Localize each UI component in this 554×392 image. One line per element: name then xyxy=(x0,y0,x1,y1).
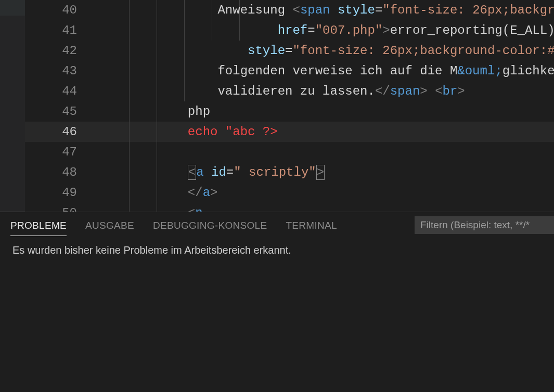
code-line[interactable]: Anweisung <span style="font-size: 26px;b… xyxy=(98,0,554,20)
line-number: 49 xyxy=(25,182,98,203)
line-number: 42 xyxy=(25,41,98,61)
line-number-gutter[interactable]: 4041424344454647484950 xyxy=(25,0,98,212)
code-line[interactable]: </a> xyxy=(98,182,554,203)
activity-bar-margin xyxy=(0,0,25,212)
code-content[interactable]: Anweisung <span style="font-size: 26px;b… xyxy=(98,0,554,212)
line-number: 40 xyxy=(25,0,98,20)
bottom-panel: PROBLEME AUSGABE DEBUGGING-KONSOLE TERMI… xyxy=(0,212,554,392)
code-line[interactable]: style="font-size: 26px;background-color:… xyxy=(98,41,554,61)
code-line[interactable]: echo "abc ?> xyxy=(98,122,554,142)
line-number: 41 xyxy=(25,20,98,41)
line-number: 44 xyxy=(25,81,98,101)
tab-debug-console[interactable]: DEBUGGING-KONSOLE xyxy=(153,215,267,236)
line-number: 48 xyxy=(25,162,98,182)
code-line[interactable]: php xyxy=(98,101,554,122)
tab-output[interactable]: AUSGABE xyxy=(85,215,134,236)
panel-tab-bar: PROBLEME AUSGABE DEBUGGING-KONSOLE TERMI… xyxy=(0,212,554,238)
line-number: 43 xyxy=(25,61,98,81)
code-line[interactable]: folgenden verweise ich auf die M&ouml;gl… xyxy=(98,61,554,81)
line-number: 47 xyxy=(25,142,98,162)
code-line[interactable]: <a id=" scriptly"> xyxy=(98,162,554,182)
panel-filter-input[interactable] xyxy=(415,216,554,234)
panel-message: Es wurden bisher keine Probleme im Arbei… xyxy=(0,238,554,263)
code-line[interactable]: validieren zu lassen.</span> <br> xyxy=(98,81,554,101)
code-line[interactable]: <n xyxy=(98,203,554,212)
line-number: 50 xyxy=(25,203,98,212)
code-line[interactable]: href="007.php">error_reporting(E_ALL) xyxy=(98,20,554,41)
tab-terminal[interactable]: TERMINAL xyxy=(286,215,337,236)
tab-problems[interactable]: PROBLEME xyxy=(10,215,67,236)
line-number: 46 xyxy=(25,122,98,142)
editor-area: 4041424344454647484950 Anweisung <span s… xyxy=(0,0,554,212)
code-line[interactable] xyxy=(98,142,554,162)
line-number: 45 xyxy=(25,101,98,122)
